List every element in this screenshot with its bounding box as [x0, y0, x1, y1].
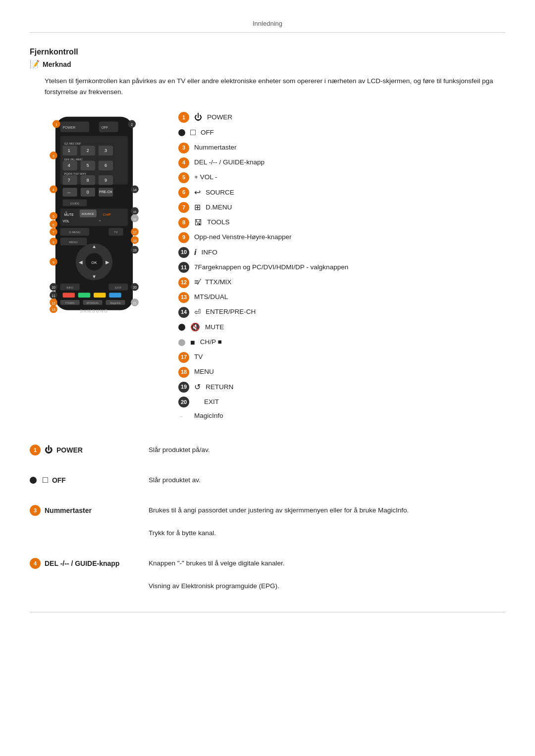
badge-12: 12 [178, 277, 189, 288]
svg-text:13: 13 [52, 308, 55, 312]
detail-power: 1 ⏻ POWER Slår produktet på/av. [30, 445, 505, 461]
feature-nummertaster-label: Nummertaster [194, 143, 237, 152]
detail-power-icon: ⏻ [45, 446, 53, 454]
detail-nummertaster: 3 Nummertaster Brukes til å angi passord… [30, 505, 505, 544]
svg-text:10: 10 [52, 286, 55, 290]
header-title: Innledning [253, 20, 282, 27]
feature-mute: 🔇 MUTE [178, 322, 505, 333]
svg-text:17: 17 [133, 231, 137, 234]
feature-enter-label: ENTER/PRE-CH [206, 307, 256, 317]
detail-power-label: 1 ⏻ POWER [30, 445, 139, 455]
detail-off-desc: Slår produktet av. [149, 475, 505, 486]
off-icon: □ [190, 126, 196, 139]
svg-text:0: 0 [87, 190, 89, 195]
enter-icon: ⏎ [194, 307, 201, 318]
feature-return-label: RETURN [206, 383, 233, 392]
dot-mute [178, 324, 185, 331]
svg-text:INFO: INFO [66, 286, 73, 289]
svg-text:MTS/DUAL: MTS/DUAL [87, 302, 99, 304]
svg-text:18: 18 [133, 239, 137, 243]
feature-exit: 20 EXIT [178, 397, 505, 407]
svg-text:1: 1 [55, 123, 57, 127]
badge-17: 17 [178, 352, 189, 363]
badge-20: 20 [178, 397, 189, 407]
svg-text:6: 6 [105, 163, 107, 168]
svg-text:8: 8 [87, 178, 89, 183]
badge-7: 7 [178, 202, 189, 213]
page-header: Innledning [30, 20, 505, 33]
feature-off-label: OFF [201, 128, 214, 138]
feature-magicinfo-label: MagicInfo [194, 411, 223, 421]
svg-text:1: 1 [68, 148, 70, 153]
main-content: POWER OFF GZ ABZ DEF 1 2 3 GHI JKL MNO 4 [30, 112, 505, 425]
detail-nummertaster-desc: Brukes til å angi passordet under juster… [149, 505, 505, 539]
svg-text:7: 7 [68, 178, 70, 183]
detail-off-icon: □ [43, 475, 48, 485]
note-box: 📝 Merknad [30, 59, 505, 69]
magicinfo-indicator: → [178, 413, 189, 420]
detail-section: 1 ⏻ POWER Slår produktet på/av. □ OFF Sl… [30, 445, 505, 597]
badge-18: 18 [178, 367, 189, 378]
svg-text:9: 9 [53, 261, 54, 264]
page-footer [30, 612, 505, 617]
chp-icon: ■ [190, 337, 195, 348]
feature-mts: 13 MTS/DUAL [178, 292, 505, 303]
dot-off [178, 129, 185, 136]
svg-text:+: + [65, 210, 67, 214]
svg-text:▲: ▲ [92, 244, 97, 250]
svg-text:21: 21 [133, 302, 137, 305]
feature-vol-label: + VOL - [194, 173, 217, 182]
badge-8: 8 [178, 217, 189, 228]
feature-info: 10 i INFO [178, 247, 505, 258]
ttx-icon: ≡∕ [194, 277, 200, 288]
badge-3: 3 [178, 143, 189, 153]
detail-off: □ OFF Slår produktet av. [30, 475, 505, 491]
feature-farge-label: 7Fargeknappen og PC/DVI/HDMI/DP - valgkn… [194, 263, 348, 272]
section-title: Fjernkontroll [30, 48, 505, 56]
detail-dot-off [30, 477, 37, 484]
svg-text:2: 2 [131, 123, 133, 127]
note-label: Merknad [43, 60, 71, 68]
svg-text:9: 9 [105, 178, 107, 183]
feature-mts-label: MTS/DUAL [194, 293, 228, 302]
detail-off-text: OFF [52, 476, 66, 484]
svg-text:3: 3 [105, 148, 107, 153]
feature-chp: ■ CH/P ■ [178, 337, 505, 348]
detail-power-text: POWER [56, 446, 83, 454]
feature-menu-label: MENU [194, 367, 214, 377]
detail-nummertaster-label: 3 Nummertaster [30, 505, 139, 516]
svg-text:4: 4 [68, 163, 70, 168]
feature-ttx-label: TTX/MIX [205, 278, 231, 287]
feature-dmenu: 7 ⊞ D.MENU [178, 202, 505, 213]
svg-text:◀: ◀ [79, 259, 83, 265]
feature-direction-label: Opp-ned Venstre-Høyre-knapper [194, 233, 292, 242]
feature-tv: 17 TV [178, 352, 505, 363]
detail-badge-3: 3 [30, 505, 41, 516]
svg-text:6: 6 [53, 223, 54, 227]
svg-text:19: 19 [133, 249, 137, 252]
svg-text:8: 8 [53, 241, 54, 244]
feature-vol: 5 + VOL - [178, 172, 505, 183]
svg-text:^: ^ [99, 219, 101, 223]
feature-enter: 14 ⏎ ENTER/PRE-CH [178, 307, 505, 318]
feature-del: 4 DEL -/-- / GUIDE-knapp [178, 157, 505, 168]
badge-5: 5 [178, 172, 189, 183]
dmenu-icon: ⊞ [194, 202, 201, 213]
note-icon: 📝 [30, 59, 40, 69]
detail-nummertaster-text: Nummertaster [45, 506, 92, 514]
feature-source-label: SOURCE [206, 188, 234, 198]
svg-text:16: 16 [133, 218, 137, 221]
svg-text:TTX/MIX: TTX/MIX [65, 302, 75, 304]
svg-text:OFF: OFF [102, 126, 108, 129]
svg-text:MENU: MENU [69, 241, 77, 244]
feature-mute-label: MUTE [205, 323, 224, 332]
svg-text:CH/P: CH/P [103, 213, 111, 216]
feature-off: □ OFF [178, 127, 505, 139]
svg-rect-61 [78, 293, 90, 298]
feature-menu: 18 MENU [178, 367, 505, 378]
badge-10: 10 [178, 247, 189, 258]
badge-1: 1 [178, 112, 189, 123]
source-icon: ↩ [194, 187, 201, 198]
badge-13: 13 [178, 292, 189, 303]
svg-text:7: 7 [53, 231, 54, 234]
